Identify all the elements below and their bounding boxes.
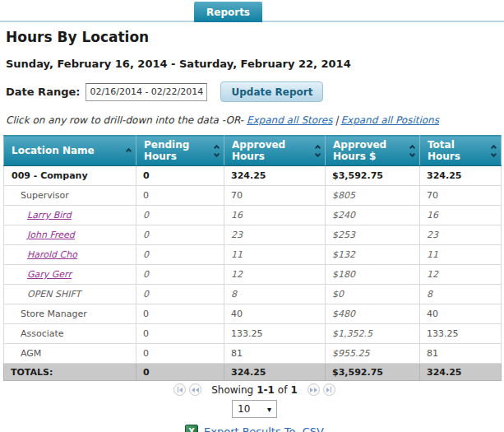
column-label: Location Name	[12, 145, 95, 156]
drilldown-instructions: Click on any row to drill-down into the …	[6, 114, 504, 126]
location-name-cell: John Freed	[4, 225, 136, 245]
prev-page-button[interactable]	[189, 383, 201, 396]
page-title: Hours By Location	[6, 29, 504, 45]
approved-dollars-cell: $0	[326, 285, 420, 304]
report-table-body: 009 - Company0324.25$3,592.75324.25Super…	[4, 166, 502, 364]
total-cell: 133.25	[420, 324, 502, 344]
total-cell: 16	[420, 206, 502, 225]
approved-dollars-cell: $955.25	[326, 344, 420, 364]
last-page-button[interactable]	[323, 383, 335, 396]
first-page-button[interactable]	[173, 383, 186, 396]
table-row[interactable]: Associate0133.25$1,352.5133.25	[4, 324, 502, 344]
table-row[interactable]: Gary Gerr012$18012	[4, 265, 502, 285]
column-label: Pending Hours	[144, 139, 212, 162]
employee-link[interactable]: John Freed	[27, 230, 75, 240]
column-header-total-hours[interactable]: Total Hours	[420, 136, 502, 166]
employee-link[interactable]: Larry Bird	[27, 210, 72, 221]
tab-reports[interactable]: Reports	[194, 2, 262, 22]
location-name-cell: OPEN SHIFT	[4, 285, 136, 304]
approved-cell: 324.25	[224, 166, 326, 186]
page-size-row: 10 ▾	[6, 400, 503, 418]
location-name-cell: 009 - Company	[4, 166, 136, 186]
pending-cell: 0	[136, 206, 224, 225]
showing-status: Showing 1-1 of 1	[211, 384, 298, 396]
employee-link[interactable]: Harold Cho	[27, 249, 77, 260]
totals-pending: 0	[136, 364, 224, 381]
employee-link[interactable]: Gary Gerr	[27, 269, 72, 280]
pending-cell: 0	[136, 265, 224, 285]
approved-cell: 23	[224, 225, 326, 245]
hours-by-location-table: Location Name Pending Hours Approved Hou…	[3, 135, 502, 381]
approved-cell: 133.25	[224, 324, 326, 344]
instructions-text: Click on any row to drill-down into the …	[6, 114, 243, 126]
totals-row: TOTALS: 0 324.25 $3,592.75 324.25	[4, 364, 502, 381]
export-csv-link[interactable]: Export Results To .CSV	[204, 425, 324, 432]
totals-approved-dollars: $3,592.75	[326, 364, 420, 381]
table-row[interactable]: Harold Cho011$13211	[4, 245, 502, 265]
update-report-button[interactable]: Update Report	[220, 81, 323, 102]
excel-icon: X	[185, 425, 198, 432]
location-name-cell: Supervisor	[4, 186, 136, 206]
filter-row: Date Range: Update Report	[6, 81, 504, 102]
chevron-down-icon: ▾	[267, 405, 271, 414]
header-row: Location Name Pending Hours Approved Hou…	[4, 136, 502, 166]
pending-cell: 0	[136, 166, 224, 186]
table-row[interactable]: John Freed023$25323	[4, 225, 502, 245]
column-header-approved-hours-dollars[interactable]: Approved Hours $	[326, 136, 420, 166]
showing-range: 1-1	[257, 384, 275, 396]
approved-cell: 16	[224, 206, 326, 225]
expand-all-stores-link[interactable]: Expand all Stores	[247, 114, 333, 126]
approved-dollars-cell: $805	[326, 186, 420, 206]
date-range-label: Date Range:	[6, 86, 80, 98]
date-range-heading: Sunday, February 16, 2014 - Saturday, Fe…	[6, 58, 504, 70]
location-name-cell: Associate	[4, 324, 136, 344]
sort-both-icon	[316, 146, 320, 156]
page-size-select[interactable]: 10 ▾	[232, 400, 277, 418]
approved-dollars-cell: $180	[326, 265, 420, 285]
table-row[interactable]: AGM081$955.2581	[4, 344, 502, 364]
totals-total: 324.25	[420, 364, 502, 381]
total-cell: 23	[420, 225, 502, 245]
page-size-value: 10	[238, 403, 250, 415]
column-header-pending-hours[interactable]: Pending Hours	[136, 136, 224, 166]
sort-both-icon	[215, 146, 219, 156]
sort-both-icon	[492, 146, 496, 156]
table-row[interactable]: 009 - Company0324.25$3,592.75324.25	[4, 166, 502, 186]
column-label: Approved Hours $	[333, 139, 408, 162]
next-page-button[interactable]	[307, 383, 320, 396]
approved-dollars-cell: $3,592.75	[326, 166, 420, 186]
pending-cell: 0	[136, 304, 224, 324]
pending-cell: 0	[136, 186, 224, 206]
approved-dollars-cell: $480	[326, 304, 420, 324]
table-row[interactable]: Larry Bird016$24016	[4, 206, 502, 225]
sort-asc-icon	[127, 149, 131, 153]
date-range-input[interactable]	[86, 83, 207, 101]
approved-dollars-cell: $132	[326, 245, 420, 265]
expand-all-positions-link[interactable]: Expand all Positions	[340, 114, 439, 126]
approved-cell: 12	[224, 265, 326, 285]
approved-cell: 40	[224, 304, 326, 324]
approved-cell: 70	[224, 186, 326, 206]
column-header-approved-hours[interactable]: Approved Hours	[224, 136, 326, 166]
report-page: Hours By Location Sunday, February 16, 2…	[0, 29, 504, 432]
total-cell: 11	[420, 245, 502, 265]
total-cell: 70	[420, 186, 502, 206]
table-row[interactable]: Supervisor070$80570	[4, 186, 502, 206]
location-name-cell: AGM	[4, 344, 136, 364]
approved-cell: 11	[224, 245, 326, 265]
table-row[interactable]: OPEN SHIFT08$08	[4, 285, 502, 304]
totals-approved: 324.25	[224, 364, 326, 381]
location-name-cell: Store Manager	[4, 304, 136, 324]
approved-dollars-cell: $1,352.5	[326, 324, 420, 344]
showing-prefix: Showing	[211, 384, 253, 396]
pending-cell: 0	[136, 324, 224, 344]
table-row[interactable]: Store Manager040$48040	[4, 304, 502, 324]
tab-bar: Reports	[0, 0, 504, 22]
approved-dollars-cell: $253	[326, 225, 420, 245]
export-row: X Export Results To .CSV	[6, 425, 503, 432]
approved-cell: 81	[224, 344, 326, 364]
showing-of: of	[278, 384, 288, 396]
pending-cell: 0	[136, 245, 224, 265]
column-header-location-name[interactable]: Location Name	[4, 136, 136, 166]
total-cell: 12	[420, 265, 502, 285]
